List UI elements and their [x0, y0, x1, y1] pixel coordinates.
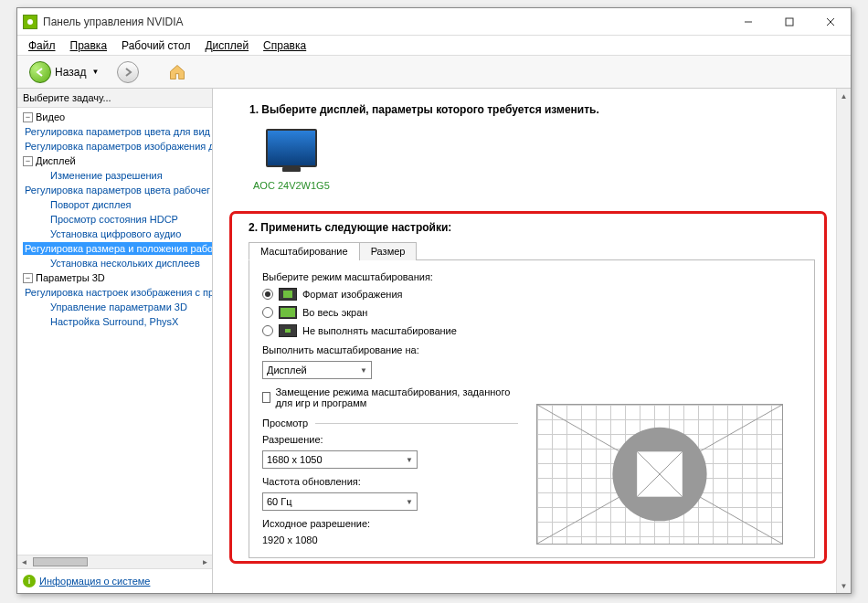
tree-node-3d[interactable]: Параметры 3D [36, 271, 105, 284]
override-label: Замещение режима масштабирования, заданн… [275, 386, 518, 408]
preview-label: Просмотр [262, 418, 308, 428]
app-window: Панель управления NVIDIA Файл Правка Раб… [16, 7, 852, 594]
back-button[interactable]: Назад ▼ [23, 58, 107, 86]
monitor-item[interactable]: AOC 24V2W1G5 [249, 125, 333, 195]
toolbar: Назад ▼ [17, 56, 851, 89]
menu-file[interactable]: Файл [21, 37, 63, 54]
menu-help[interactable]: Справка [256, 37, 313, 54]
native-value: 1920 x 1080 [262, 534, 518, 545]
content-v-scrollbar[interactable]: ▲▼ [836, 89, 851, 593]
resolution-select[interactable]: 1680 x 1050 ▼ [262, 450, 418, 469]
tree-link-surround[interactable]: Настройка Surround, PhysX [48, 315, 180, 328]
resolution-value: 1680 x 1050 [267, 454, 323, 465]
monitor-label: AOC 24V2W1G5 [253, 180, 330, 191]
minimize-button[interactable] [727, 8, 768, 35]
native-label: Исходное разрешение: [262, 518, 518, 529]
monitor-icon [266, 129, 317, 167]
menu-desktop[interactable]: Рабочий стол [114, 37, 197, 54]
sidebar: Выберите задачу... −Видео Регулировка па… [17, 89, 213, 593]
tree-link-video-image[interactable]: Регулировка параметров изображения д [23, 140, 212, 153]
sidebar-h-scrollbar[interactable]: ◄► [17, 555, 212, 568]
tab-size[interactable]: Размер [359, 242, 418, 260]
radio-none-label: Не выполнять масштабирование [302, 325, 457, 336]
home-icon [166, 61, 188, 83]
tree-node-video[interactable]: Видео [36, 111, 65, 123]
resolution-label: Разрешение: [262, 434, 518, 445]
task-tree: −Видео Регулировка параметров цвета для … [17, 108, 212, 568]
menu-edit[interactable]: Правка [63, 37, 115, 54]
sidebar-header: Выберите задачу... [17, 89, 212, 108]
tab-scaling[interactable]: Масштабирование [249, 242, 360, 260]
refresh-label: Частота обновления: [262, 476, 518, 487]
back-label: Назад [55, 66, 86, 79]
chevron-down-icon: ▼ [406, 456, 413, 464]
info-icon: i [23, 575, 36, 587]
home-button[interactable] [160, 58, 195, 86]
step1-title: 1. Выберите дисплей, параметры которого … [249, 103, 829, 116]
perform-on-select[interactable]: Дисплей ▼ [262, 361, 372, 379]
titlebar: Панель управления NVIDIA [17, 8, 851, 36]
none-icon [279, 324, 297, 337]
back-icon [29, 61, 51, 83]
tree-link-multi[interactable]: Установка нескольких дисплеев [48, 257, 202, 270]
scaling-mode-label: Выберите режим масштабирования: [262, 271, 518, 282]
svg-point-0 [27, 19, 33, 25]
step2-title: 2. Применить следующие настройки: [249, 221, 815, 234]
refresh-value: 60 Гц [267, 496, 292, 507]
refresh-select[interactable]: 60 Гц ▼ [262, 492, 418, 511]
chevron-down-icon: ▼ [406, 498, 413, 506]
tree-toggle-video[interactable]: − [23, 112, 33, 122]
radio-none[interactable] [262, 325, 273, 336]
menubar: Файл Правка Рабочий стол Дисплей Справка [17, 36, 851, 56]
tabs: Масштабирование Размер [249, 241, 815, 260]
tree-node-display[interactable]: Дисплей [36, 154, 76, 167]
tree-link-manage3d[interactable]: Управление параметрами 3D [48, 301, 189, 313]
tree-link-hdcp[interactable]: Просмотр состояния HDCP [48, 213, 180, 226]
radio-row-none[interactable]: Не выполнять масштабирование [262, 324, 518, 337]
radio-aspect-label: Формат изображения [302, 289, 403, 300]
aspect-icon [279, 288, 297, 301]
tree-link-change-res[interactable]: Изменение разрешения [48, 169, 164, 182]
tree-toggle-3d[interactable]: − [23, 273, 33, 283]
maximize-button[interactable] [768, 8, 810, 35]
close-button[interactable] [810, 8, 851, 35]
svg-rect-2 [786, 18, 793, 26]
override-checkbox-row[interactable]: Замещение режима масштабирования, заданн… [262, 386, 518, 408]
menu-display[interactable]: Дисплей [197, 37, 256, 54]
override-checkbox[interactable] [262, 392, 270, 403]
forward-icon [117, 61, 139, 83]
content-pane: ▲▼ 1. Выберите дисплей, параметры которо… [213, 89, 851, 593]
radio-full-label: Во весь экран [302, 307, 367, 318]
perform-on-value: Дисплей [267, 365, 307, 376]
tree-link-audio[interactable]: Установка цифрового аудио [48, 227, 183, 240]
preview-pattern [536, 404, 783, 545]
tree-link-size-pos[interactable]: Регулировка размера и положения рабо [23, 242, 212, 255]
radio-full[interactable] [262, 307, 273, 318]
forward-button[interactable] [111, 58, 145, 86]
window-title: Панель управления NVIDIA [43, 16, 184, 28]
back-caret-icon: ▼ [90, 68, 101, 76]
chevron-down-icon: ▼ [360, 366, 367, 375]
tree-link-rotate[interactable]: Поворот дисплея [48, 198, 132, 211]
radio-row-aspect[interactable]: Формат изображения [262, 288, 518, 301]
tree-link-img3d[interactable]: Регулировка настроек изображения с пр [23, 286, 212, 299]
perform-on-label: Выполнить масштабирование на: [262, 344, 518, 355]
sidebar-footer: i Информация о системе [17, 568, 212, 593]
nvidia-icon [23, 15, 37, 29]
tree-link-desk-color[interactable]: Регулировка параметров цвета рабочег [23, 184, 212, 196]
radio-row-full[interactable]: Во весь экран [262, 306, 518, 319]
full-icon [279, 306, 297, 319]
radio-aspect[interactable] [262, 289, 273, 300]
tree-toggle-display[interactable]: − [23, 156, 33, 166]
tab-body-scaling: Выберите режим масштабирования: Формат и… [249, 260, 815, 558]
step2-highlight-box: 2. Применить следующие настройки: Масшта… [229, 211, 827, 564]
tree-link-video-color[interactable]: Регулировка параметров цвета для вид [23, 125, 212, 138]
system-info-link[interactable]: Информация о системе [39, 576, 150, 587]
